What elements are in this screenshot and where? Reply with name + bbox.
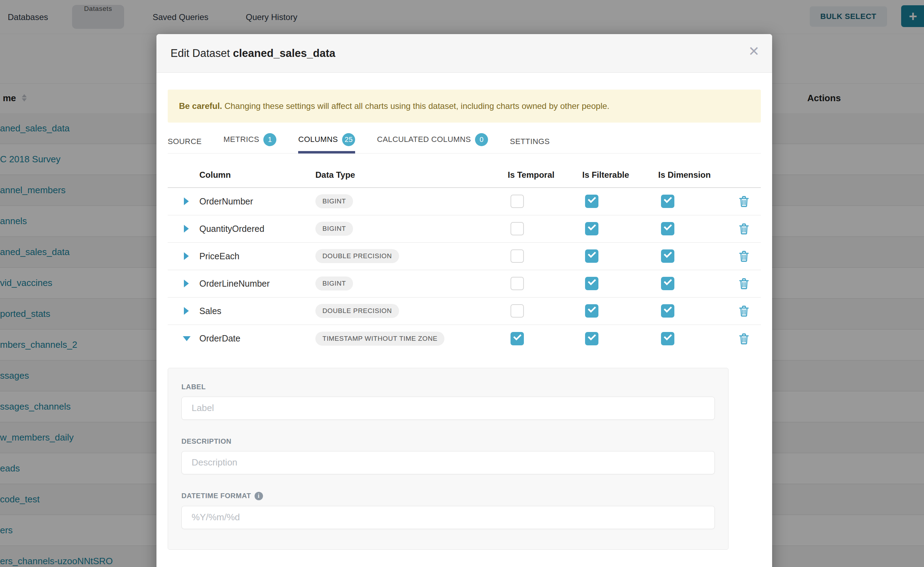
data-type-pill: DOUBLE PRECISION <box>315 304 399 318</box>
column-name: OrderDate <box>199 333 315 344</box>
column-name: OrderLineNumber <box>199 279 315 289</box>
column-name: OrderNumber <box>199 196 315 207</box>
is-filterable-checkbox[interactable] <box>585 195 598 208</box>
modal-body: Be careful. Changing these settings will… <box>157 73 772 567</box>
is-filterable-checkbox[interactable] <box>585 249 598 263</box>
data-type-pill: TIMESTAMP WITHOUT TIME ZONE <box>315 332 444 346</box>
column-row-expanded: OrderDate TIMESTAMP WITHOUT TIME ZONE <box>168 325 761 352</box>
is-dimension-checkbox[interactable] <box>661 332 674 345</box>
column-row: OrderLineNumber BIGINT <box>168 270 761 297</box>
data-type-pill: BIGINT <box>315 194 353 208</box>
data-type-pill: DOUBLE PRECISION <box>315 249 399 263</box>
expand-caret-icon[interactable] <box>184 225 189 232</box>
is-dimension-checkbox[interactable] <box>661 222 674 236</box>
warning-text: Changing these settings will affect all … <box>222 101 609 111</box>
column-row: OrderNumber BIGINT <box>168 188 761 215</box>
datetime-format-input[interactable] <box>181 506 715 529</box>
tab-calculated-columns[interactable]: CALCULATED COLUMNS0 <box>377 133 488 153</box>
is-filterable-checkbox[interactable] <box>585 304 598 318</box>
column-name: Sales <box>199 306 315 316</box>
data-type-header: Data Type <box>315 170 508 180</box>
is-temporal-checkbox[interactable] <box>510 332 524 345</box>
tab-metrics[interactable]: METRICS1 <box>224 133 277 153</box>
column-row: PriceEach DOUBLE PRECISION <box>168 243 761 270</box>
columns-count-badge: 25 <box>342 133 355 146</box>
warning-banner: Be careful. Changing these settings will… <box>168 90 761 123</box>
modal-tabs: SOURCE METRICS1 COLUMNS25 CALCULATED COL… <box>168 133 761 153</box>
is-temporal-checkbox[interactable] <box>510 249 524 263</box>
is-filterable-header: Is Filterable <box>582 170 658 180</box>
column-detail-panel: LABEL DESCRIPTION DATETIME FORMAT i <box>168 368 728 550</box>
column-name: QuantityOrdered <box>199 224 315 234</box>
is-temporal-checkbox[interactable] <box>510 304 524 318</box>
delete-column-icon[interactable] <box>738 332 749 345</box>
edit-dataset-modal: Edit Dataset cleaned_sales_data ✕ Be car… <box>157 34 772 567</box>
warning-bold: Be careful. <box>179 101 222 111</box>
is-dimension-checkbox[interactable] <box>661 195 674 208</box>
delete-column-icon[interactable] <box>738 277 749 290</box>
collapse-caret-icon[interactable] <box>183 336 191 341</box>
label-input[interactable] <box>181 397 715 420</box>
expand-caret-icon[interactable] <box>184 307 189 315</box>
label-field-label: LABEL <box>181 383 715 391</box>
close-icon[interactable]: ✕ <box>748 45 760 58</box>
expand-caret-icon[interactable] <box>184 252 189 260</box>
delete-column-icon[interactable] <box>738 195 749 208</box>
column-row: QuantityOrdered BIGINT <box>168 215 761 243</box>
delete-column-icon[interactable] <box>738 304 749 317</box>
tab-columns[interactable]: COLUMNS25 <box>298 133 355 153</box>
info-icon[interactable]: i <box>254 492 263 500</box>
delete-column-icon[interactable] <box>738 250 749 262</box>
is-dimension-checkbox[interactable] <box>661 304 674 318</box>
column-header: Column <box>199 170 315 180</box>
expand-caret-icon[interactable] <box>184 197 189 205</box>
description-field-label: DESCRIPTION <box>181 437 715 446</box>
delete-column-icon[interactable] <box>738 222 749 235</box>
is-temporal-header: Is Temporal <box>508 170 582 180</box>
modal-header: Edit Dataset cleaned_sales_data ✕ <box>157 34 772 73</box>
is-filterable-checkbox[interactable] <box>585 277 598 290</box>
columns-table: Column Data Type Is Temporal Is Filterab… <box>168 163 761 352</box>
is-filterable-checkbox[interactable] <box>585 222 598 236</box>
is-filterable-checkbox[interactable] <box>585 332 598 345</box>
column-name: PriceEach <box>199 251 315 261</box>
datetime-format-field-label: DATETIME FORMAT i <box>181 492 715 500</box>
expand-caret-icon[interactable] <box>184 280 189 287</box>
data-type-pill: BIGINT <box>315 222 353 236</box>
tab-source[interactable]: SOURCE <box>168 137 202 153</box>
column-row: Sales DOUBLE PRECISION <box>168 297 761 325</box>
data-type-pill: BIGINT <box>315 276 353 291</box>
calculated-columns-count-badge: 0 <box>475 133 488 146</box>
is-temporal-checkbox[interactable] <box>510 195 524 208</box>
is-dimension-checkbox[interactable] <box>661 249 674 263</box>
tab-settings[interactable]: SETTINGS <box>510 137 549 153</box>
columns-table-header: Column Data Type Is Temporal Is Filterab… <box>168 163 761 188</box>
is-temporal-checkbox[interactable] <box>510 277 524 290</box>
is-temporal-checkbox[interactable] <box>510 222 524 236</box>
description-input[interactable] <box>181 451 715 474</box>
modal-title: Edit Dataset cleaned_sales_data <box>170 47 336 60</box>
metrics-count-badge: 1 <box>263 133 276 146</box>
is-dimension-checkbox[interactable] <box>661 277 674 290</box>
dataset-name: cleaned_sales_data <box>233 47 335 59</box>
is-dimension-header: Is Dimension <box>658 170 738 180</box>
